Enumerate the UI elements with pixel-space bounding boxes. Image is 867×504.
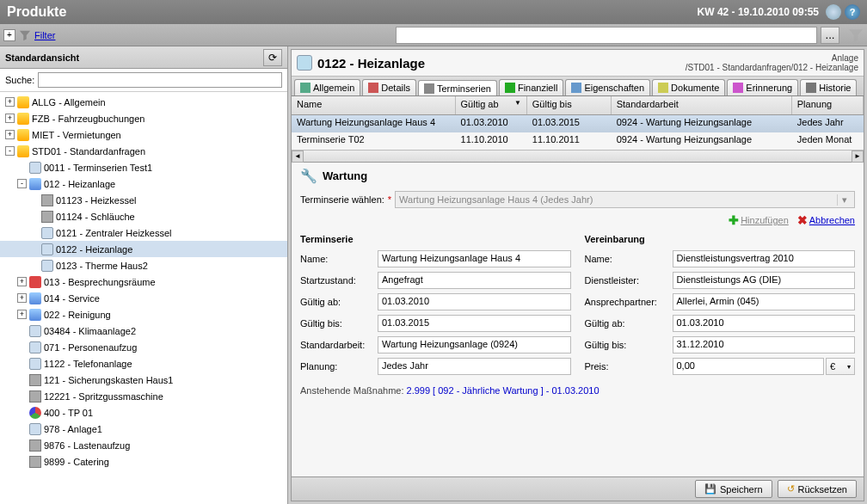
tree-toggle[interactable]: - — [17, 179, 27, 188]
tree-item[interactable]: +022 - Reinigung — [0, 306, 287, 323]
tree-item[interactable]: -STD01 - Standardanfragen — [0, 143, 287, 159]
scroll-right-icon[interactable]: ► — [852, 151, 864, 163]
tab-historie[interactable]: Historie — [800, 79, 857, 95]
save-button[interactable]: 💾Speichern — [695, 480, 772, 498]
tab-details[interactable]: Details — [362, 79, 416, 95]
tree-item[interactable]: 01123 - Heizkessel — [0, 192, 287, 208]
funnel-clear-icon[interactable] — [848, 28, 864, 43]
grid-scrollbar[interactable]: ◄ ► — [292, 150, 864, 162]
tree-item[interactable]: +FZB - Fahrzeugbuchungen — [0, 110, 287, 126]
tree-item[interactable]: -012 - Heizanlage — [0, 175, 287, 192]
currency-select[interactable]: €▾ — [826, 358, 855, 375]
terminserie-select[interactable]: Wartung Heizungsanlage Haus 4 (Jedes Jah… — [395, 191, 855, 208]
tab-terminserien[interactable]: Terminserien — [418, 80, 497, 96]
cancel-link[interactable]: ✖Abbrechen — [797, 213, 855, 227]
pending-link[interactable]: 2.999 [ 092 - Jährliche Wartung ] - 01.0… — [407, 385, 600, 396]
tree-item[interactable]: 1122 - Telefonanlage — [0, 355, 287, 372]
tree-toggle[interactable]: + — [17, 277, 27, 286]
col-gueltig-bis[interactable]: Gültig bis — [527, 96, 612, 114]
globe-icon[interactable] — [826, 4, 841, 20]
ag-dl-field[interactable]: Dienstleistungs AG (DIE) — [673, 272, 856, 289]
ts-gbis-field[interactable]: 01.03.2015 — [378, 315, 571, 332]
ts-name-field[interactable]: Wartung Heizungsanlage Haus 4 — [378, 250, 571, 267]
filter-link[interactable]: Filter — [34, 30, 55, 40]
tab-finanziell[interactable]: Finanziell — [499, 79, 563, 95]
ag-gbis-field[interactable]: 31.12.2010 — [673, 336, 856, 353]
gray-icon — [41, 211, 53, 223]
tab-erinnerung[interactable]: Erinnerung — [727, 79, 798, 95]
tree-item[interactable]: +014 - Service — [0, 290, 287, 306]
leaf-icon — [41, 260, 53, 272]
col-name[interactable]: Name — [292, 96, 456, 114]
tree-item[interactable]: 0122 - Heizanlage — [0, 241, 287, 257]
tree-toggle[interactable]: + — [5, 97, 15, 107]
tree-item[interactable]: 01124 - Schläuche — [0, 208, 287, 224]
folder-blue-icon — [29, 292, 41, 304]
tree-label: 978 - Anlage1 — [44, 424, 102, 434]
tree-toggle[interactable]: + — [17, 293, 27, 303]
tree-label: 0011 - Terminserien Test1 — [44, 163, 152, 173]
table-row[interactable]: Wartung Heizungsanlage Haus 401.03.20100… — [292, 115, 864, 132]
tab-icon — [424, 83, 434, 94]
leaf-icon — [29, 358, 41, 370]
ag-name-field[interactable]: Dienstleistungsvertrag 2010 — [673, 250, 856, 267]
tree-item[interactable]: 12221 - Spritzgussmaschine — [0, 388, 287, 404]
tree-label: 03484 - Klimaanlage2 — [44, 326, 136, 336]
tree-toggle[interactable]: - — [5, 146, 15, 156]
col-standardarbeit[interactable]: Standardarbeit — [612, 96, 792, 114]
tree-item[interactable]: +ALLG - Allgemein — [0, 94, 287, 110]
tree-item[interactable]: 9899 - Catering — [0, 453, 287, 470]
tree-toggle[interactable]: + — [5, 114, 15, 123]
scroll-left-icon[interactable]: ◄ — [292, 151, 304, 163]
ag-ap-field[interactable]: Allerlei, Armin (045) — [673, 293, 856, 310]
wrench-icon: 🔧 — [300, 168, 317, 184]
gray-icon — [41, 194, 53, 206]
tree-item[interactable]: +MIET - Vermietungen — [0, 126, 287, 143]
folder-icon — [17, 129, 29, 141]
ts-plan-field[interactable]: Jedes Jahr — [378, 358, 571, 375]
refresh-button[interactable]: ⟳ — [263, 49, 282, 66]
col-planung[interactable]: Planung — [792, 96, 864, 114]
help-icon[interactable]: ? — [845, 4, 860, 20]
table-row[interactable]: Terminserie T0211.10.201011.10.20110924 … — [292, 132, 864, 150]
tree-toggle[interactable]: + — [17, 310, 27, 319]
tree-item[interactable]: 9876 - Lastenaufzug — [0, 437, 287, 453]
sidebar: Standardansicht ⟳ Suche: +ALLG - Allgeme… — [0, 46, 288, 504]
leaf-icon — [29, 325, 41, 337]
tree-label: 0122 - Heizanlage — [56, 244, 132, 255]
tree-item[interactable]: 400 - TP 01 — [0, 404, 287, 421]
tab-allgemein[interactable]: Allgemein — [294, 79, 360, 95]
tree-item[interactable]: 071 - Personenaufzug — [0, 339, 287, 355]
tree-label: 01123 - Heizkessel — [56, 195, 137, 206]
browse-button[interactable]: ... — [821, 27, 839, 44]
header-date: KW 42 - 19.10.2010 09:55 — [698, 6, 819, 18]
tree-item[interactable]: 121 - Sicherungskasten Haus1 — [0, 372, 287, 388]
tab-dokumente[interactable]: Dokumente — [652, 79, 725, 95]
tree-toggle[interactable]: + — [5, 130, 15, 139]
tree-item[interactable]: 03484 - Klimaanlage2 — [0, 323, 287, 339]
ts-start-field[interactable]: Angefragt — [378, 272, 571, 289]
tab-bar: AllgemeinDetailsTerminserienFinanziellEi… — [292, 77, 864, 96]
tree-item[interactable]: +013 - Besprechungsräume — [0, 274, 287, 290]
search-input[interactable] — [38, 72, 282, 88]
tree-item[interactable]: 0123 - Therme Haus2 — [0, 257, 287, 274]
tree-item[interactable]: 978 - Anlage1 — [0, 421, 287, 437]
ts-gab-field[interactable]: 01.03.2010 — [378, 293, 571, 310]
add-link[interactable]: ✚Hinzufügen — [729, 213, 789, 227]
ag-gab-field[interactable]: 01.03.2010 — [673, 315, 856, 332]
folder-icon — [17, 113, 29, 125]
header: Produkte KW 42 - 19.10.2010 09:55 ? — [0, 0, 867, 24]
tree-item[interactable]: 0121 - Zentraler Heizkessel — [0, 224, 287, 241]
tree-item[interactable]: 0011 - Terminserien Test1 — [0, 159, 287, 175]
reset-button[interactable]: ↺Rücksetzen — [778, 480, 857, 498]
filter-input[interactable] — [396, 27, 817, 44]
col-gueltig-ab[interactable]: Gültig ab▼ — [456, 96, 527, 114]
chevron-down-icon: ▾ — [847, 363, 851, 371]
gray-icon — [29, 374, 41, 386]
tab-eigenschaften[interactable]: Eigenschaften — [565, 79, 650, 95]
expand-filter-button[interactable]: + — [3, 29, 15, 41]
tree-label: 071 - Personenaufzug — [44, 342, 137, 353]
tree-label: 9899 - Catering — [44, 457, 109, 467]
ts-std-field[interactable]: Wartung Heizungsanlage (0924) — [378, 336, 571, 353]
ag-price-field[interactable]: 0,00 — [673, 358, 825, 375]
